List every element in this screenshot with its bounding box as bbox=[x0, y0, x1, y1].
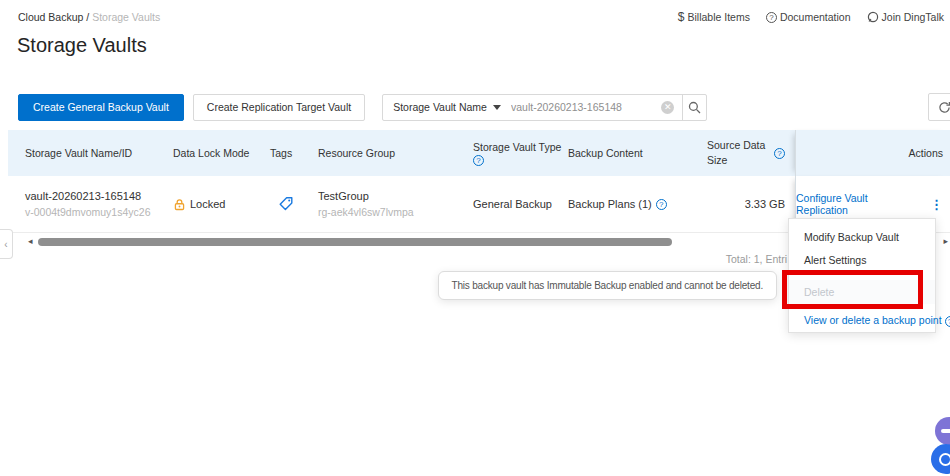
menu-item-modify-backup-vault[interactable]: Modify Backup Vault bbox=[789, 226, 935, 249]
billable-items-label: Billable Items bbox=[687, 11, 749, 23]
search-box: Storage Vault Name ✕ bbox=[382, 94, 707, 121]
storage-vaults-page: Cloud Backup / Storage Vaults $ Billable… bbox=[0, 0, 950, 476]
scroll-right-arrow[interactable]: ▸ bbox=[943, 236, 948, 246]
table-header: Storage Vault Name/ID Data Lock Mode Tag… bbox=[8, 130, 950, 176]
vault-name[interactable]: vault-20260213-165148 bbox=[25, 188, 173, 204]
lock-icon bbox=[173, 198, 186, 211]
col-header-resource-group: Resource Group bbox=[318, 130, 473, 176]
data-lock-status: Locked bbox=[190, 198, 225, 210]
search-icon bbox=[688, 101, 701, 114]
create-general-backup-vault-button[interactable]: Create General Backup Vault bbox=[18, 94, 184, 121]
backup-content-cell: Backup Plans (1) ? bbox=[568, 176, 707, 232]
col-header-backup-content: Backup Content bbox=[568, 130, 707, 176]
panel-collapse-handle[interactable]: ‹ bbox=[0, 229, 13, 259]
vault-name-cell: vault-20260213-165148 v-0004t9dmvomuy1s4… bbox=[8, 176, 173, 232]
horizontal-scrollbar-thumb[interactable] bbox=[38, 238, 672, 246]
documentation-link[interactable]: ? Documentation bbox=[766, 11, 851, 23]
breadcrumb: Cloud Backup / Storage Vaults bbox=[18, 11, 160, 23]
menu-item-alert-settings[interactable]: Alert Settings bbox=[789, 249, 935, 272]
col-header-vault-type: Storage Vault Type ? bbox=[473, 130, 568, 176]
source-size-cell: 3.33 GB bbox=[707, 176, 795, 232]
resource-group-cell: TestGroup rg-aek4vl6sw7lvmpa bbox=[318, 176, 473, 232]
join-dingtalk-label: Join DingTalk bbox=[882, 11, 944, 23]
col-header-tags: Tags bbox=[270, 130, 318, 176]
breadcrumb-parent[interactable]: Cloud Backup / bbox=[18, 11, 89, 23]
tag-icon[interactable] bbox=[278, 196, 318, 212]
view-delete-backup-point-label: View or delete a backup point bbox=[804, 309, 942, 332]
breadcrumb-current: Storage Vaults bbox=[92, 11, 160, 23]
search-input[interactable] bbox=[511, 101, 661, 113]
refresh-button[interactable] bbox=[928, 93, 950, 121]
configure-vault-replication-link[interactable]: Configure Vault Replication bbox=[796, 192, 921, 216]
menu-item-view-delete-backup-point[interactable]: View or delete a backup point ? bbox=[789, 309, 935, 332]
col-header-name: Storage Vault Name/ID bbox=[8, 130, 173, 176]
vault-id: v-0004t9dmvomuy1s4yc26 bbox=[25, 204, 173, 220]
search-filter-dropdown[interactable]: Storage Vault Name bbox=[383, 101, 511, 113]
help-icon[interactable]: ? bbox=[473, 155, 484, 166]
documentation-label: Documentation bbox=[780, 11, 851, 23]
create-replication-target-vault-button[interactable]: Create Replication Target Vault bbox=[193, 94, 365, 121]
help-icon[interactable]: ? bbox=[774, 148, 785, 159]
help-icon[interactable]: ? bbox=[656, 199, 667, 210]
chevron-down-icon bbox=[493, 105, 501, 110]
billable-items-link[interactable]: $ Billable Items bbox=[678, 10, 750, 24]
resource-group-id: rg-aek4vl6sw7lvmpa bbox=[318, 204, 473, 220]
search-button[interactable] bbox=[682, 94, 706, 121]
toolbar: Create General Backup Vault Create Repli… bbox=[18, 93, 707, 121]
data-lock-cell: Locked bbox=[173, 176, 270, 232]
help-icon[interactable]: ? bbox=[945, 316, 950, 327]
assistant-widget-button[interactable] bbox=[935, 417, 950, 445]
total-entries-text: Total: 1, Entri bbox=[726, 253, 787, 265]
help-widget-button[interactable] bbox=[931, 444, 950, 474]
dingtalk-icon bbox=[867, 11, 879, 23]
col-header-data-lock: Data Lock Mode bbox=[173, 130, 270, 176]
col-header-source-size: Source Data Size? bbox=[707, 130, 795, 176]
menu-item-delete[interactable]: Delete bbox=[789, 280, 935, 304]
resource-group-name: TestGroup bbox=[318, 188, 473, 204]
billable-icon: $ bbox=[678, 10, 685, 24]
top-bar: Cloud Backup / Storage Vaults $ Billable… bbox=[18, 10, 944, 24]
page-title: Storage Vaults bbox=[17, 34, 147, 57]
col-header-actions: Actions bbox=[795, 130, 950, 176]
scroll-left-arrow[interactable]: ◂ bbox=[28, 236, 33, 246]
immutable-backup-tooltip: This backup vault has Immutable Backup e… bbox=[438, 271, 777, 300]
actions-dropdown-menu: Modify Backup Vault Alert Settings Delet… bbox=[788, 218, 936, 333]
tags-cell bbox=[270, 176, 318, 232]
vault-type-cell: General Backup bbox=[473, 176, 568, 232]
join-dingtalk-link[interactable]: Join DingTalk bbox=[867, 11, 944, 23]
top-links: $ Billable Items ? Documentation Join Di… bbox=[678, 10, 944, 24]
backup-content-value: Backup Plans (1) bbox=[568, 198, 652, 210]
refresh-icon bbox=[938, 101, 950, 114]
more-actions-icon[interactable]: ⋮ bbox=[930, 197, 943, 212]
search-filter-label: Storage Vault Name bbox=[393, 101, 487, 113]
tooltip-text: This backup vault has Immutable Backup e… bbox=[452, 280, 763, 291]
question-icon: ? bbox=[766, 12, 777, 23]
clear-search-icon[interactable]: ✕ bbox=[661, 101, 674, 114]
